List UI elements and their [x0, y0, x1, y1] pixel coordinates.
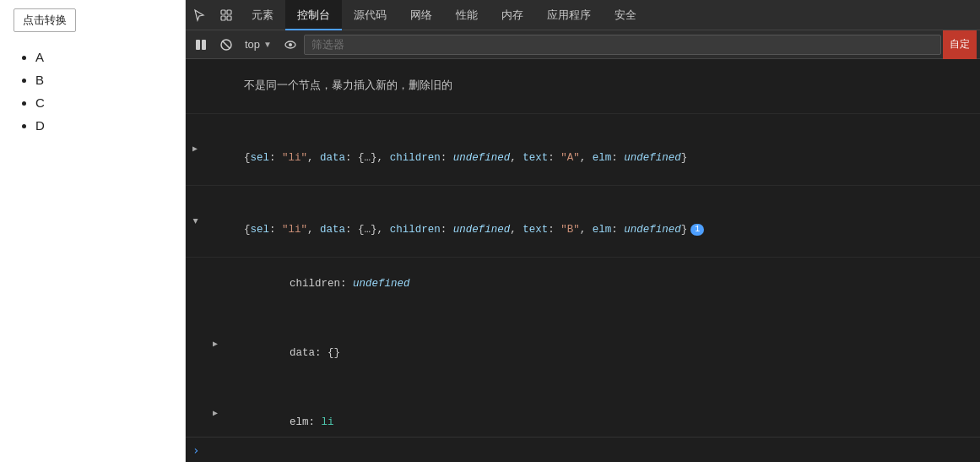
tab-memory[interactable]: 内存	[490, 0, 535, 30]
devtools-panel: 元素 控制台 源代码 网络 性能 内存 应用程序 安全 top ▼	[186, 0, 980, 462]
expand-arrow-1[interactable]: ▶	[192, 143, 198, 156]
console-toolbar: top ▼ 自定	[186, 30, 980, 59]
inspect-icon[interactable]	[213, 0, 240, 30]
repeat-badge: 1	[690, 224, 704, 236]
list-container: A B C D	[14, 46, 171, 137]
svg-rect-4	[196, 40, 200, 50]
tab-icons	[186, 0, 240, 30]
context-label: top	[245, 38, 260, 51]
convert-button[interactable]: 点击转换	[14, 8, 76, 32]
filter-input[interactable]	[304, 35, 941, 55]
block-icon[interactable]	[214, 33, 238, 57]
item-list: A B C D	[29, 46, 171, 137]
list-item-d: D	[35, 114, 171, 137]
expand-arrow-2[interactable]: ▶	[188, 219, 202, 224]
list-item-b: B	[35, 68, 171, 91]
clear-console-btn[interactable]	[189, 33, 213, 57]
tab-security[interactable]: 安全	[603, 0, 648, 30]
tab-application[interactable]: 应用程序	[535, 0, 603, 30]
context-selector[interactable]: top ▼	[240, 36, 277, 52]
prop-val-children: undefined	[353, 278, 410, 290]
console-input-line: ›	[186, 437, 980, 462]
svg-rect-3	[227, 16, 231, 20]
list-item-a: A	[35, 46, 171, 68]
left-panel: 点击转换 A B C D	[0, 0, 186, 462]
tab-elements[interactable]: 元素	[240, 0, 285, 30]
prop-key-children: children:	[264, 278, 353, 290]
console-prompt-icon: ›	[192, 443, 199, 457]
console-input[interactable]	[206, 443, 973, 456]
tab-network[interactable]: 网络	[398, 0, 444, 30]
svg-rect-0	[221, 10, 225, 14]
prop-elm[interactable]: ▶ elm: li	[186, 379, 980, 437]
devtools-tabs: 元素 控制台 源代码 网络 性能 内存 应用程序 安全	[186, 0, 980, 30]
prop-data[interactable]: ▶ data: {}	[186, 310, 980, 379]
dropdown-arrow-icon: ▼	[263, 40, 272, 49]
prop-key-data: data: {}	[264, 347, 340, 359]
info-message: 不是同一个节点，暴力插入新的，删除旧的	[186, 59, 980, 114]
svg-rect-5	[202, 40, 206, 50]
prop-val-elm: li	[322, 416, 334, 428]
expand-arrow-data[interactable]: ▶	[213, 338, 218, 351]
eye-icon[interactable]	[279, 33, 302, 57]
list-item-c: C	[35, 91, 171, 114]
svg-line-7	[223, 41, 230, 48]
tab-sources[interactable]: 源代码	[342, 0, 398, 30]
info-text: 不是同一个节点，暴力插入新的，删除旧的	[244, 80, 452, 92]
svg-rect-2	[221, 16, 225, 20]
svg-rect-1	[227, 10, 231, 14]
object-line-1[interactable]: ▶ {sel: "li", data: {…}, children: undef…	[186, 114, 980, 186]
tab-performance[interactable]: 性能	[444, 0, 490, 30]
cursor-icon[interactable]	[186, 0, 213, 30]
customize-button[interactable]: 自定	[943, 30, 977, 59]
svg-point-9	[289, 43, 292, 46]
prop-key-elm: elm:	[264, 416, 322, 428]
tab-console[interactable]: 控制台	[285, 0, 342, 30]
prop-children: children: undefined	[186, 258, 980, 310]
console-output: 不是同一个节点，暴力插入新的，删除旧的 ▶ {sel: "li", data: …	[186, 59, 980, 437]
object-line-2[interactable]: ▶ {sel: "li", data: {…}, children: undef…	[186, 186, 980, 258]
expand-arrow-elm[interactable]: ▶	[213, 407, 218, 421]
